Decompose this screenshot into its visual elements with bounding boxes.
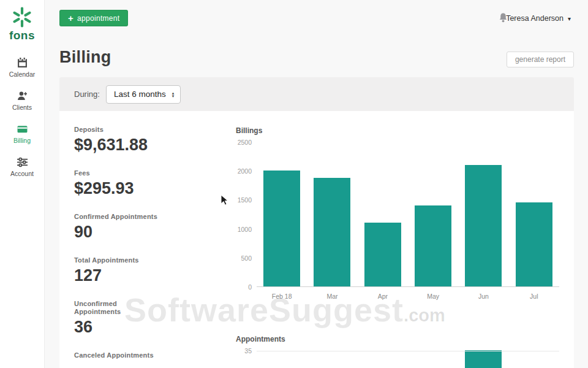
select-arrows-icon: ▴▾	[172, 91, 175, 98]
stat-label: Fees	[74, 169, 160, 177]
plot	[257, 142, 559, 287]
bar-slot	[358, 142, 408, 286]
billing-card: During: Last 6 months ▴▾ Deposits $9,631…	[59, 77, 574, 368]
y-axis: 05001000150020002500	[236, 142, 257, 287]
plus-icon: +	[68, 13, 74, 23]
page-title: Billing	[59, 48, 111, 67]
bar-slot	[358, 351, 408, 368]
appointments-chart: Appointments 35 Feb 18MarAprMayJunJul	[236, 335, 559, 368]
gridline	[257, 351, 559, 351]
add-appointment-label: appointment	[77, 14, 119, 23]
sidebar-item-clients[interactable]: Clients	[0, 87, 44, 114]
sidebar-nav: Calendar Clients Billing Account	[0, 54, 44, 186]
sidebar-item-billing[interactable]: Billing	[0, 120, 44, 147]
stat-deposits: Deposits $9,631.88	[74, 126, 160, 154]
y-tick-label: 35	[244, 347, 252, 355]
bar-slot	[408, 351, 458, 368]
filter-bar: During: Last 6 months ▴▾	[59, 77, 574, 111]
sidebar-item-label: Clients	[12, 104, 32, 111]
brand-logo[interactable]: fons	[0, 0, 44, 42]
bars	[257, 142, 559, 286]
y-tick-label: 2000	[238, 167, 252, 175]
stat-confirmed-appointments: Confirmed Appointments 90	[74, 213, 160, 241]
x-tick-label: May	[408, 293, 458, 300]
stat-label: Total Appointments	[74, 256, 160, 264]
plot	[257, 351, 559, 368]
bar-slot	[509, 142, 559, 286]
bar	[415, 205, 451, 286]
sidebar-item-label: Billing	[13, 137, 31, 144]
bar	[465, 165, 502, 286]
bar-slot	[257, 142, 307, 286]
bar	[364, 223, 401, 286]
stat-value: $9,631.88	[74, 136, 160, 154]
billing-card-icon	[17, 123, 28, 134]
user-name: Teresa Anderson	[506, 14, 564, 23]
bar	[465, 350, 502, 368]
stat-unconfirmed-appointments: Unconfirmed Appointments 36	[74, 300, 160, 336]
stat-value: 36	[74, 318, 160, 336]
bars	[257, 351, 559, 368]
x-tick-label: Jul	[509, 293, 559, 300]
bar	[516, 202, 552, 286]
y-axis: 35	[236, 351, 257, 368]
billings-chart: Billings 05001000150020002500 Feb 18MarA…	[236, 126, 559, 300]
stat-canceled-appointments: Canceled Appointments	[74, 351, 160, 359]
x-tick-label: Mar	[307, 293, 357, 300]
chart-title: Appointments	[236, 335, 559, 343]
during-label: During:	[74, 90, 100, 99]
bar-slot	[307, 142, 357, 286]
y-tick-label: 1500	[238, 196, 252, 204]
y-tick-label: 500	[241, 255, 252, 262]
stat-label: Confirmed Appointments	[74, 213, 160, 221]
card-body: Deposits $9,631.88 Fees $295.93 Confirme…	[59, 111, 574, 368]
fons-logo-icon	[10, 6, 34, 28]
during-select-value: Last 6 months	[114, 90, 166, 99]
x-tick-label: Feb 18	[257, 293, 307, 300]
x-tick-label: Jun	[458, 293, 508, 300]
stat-value: 127	[74, 266, 160, 285]
during-select[interactable]: Last 6 months ▴▾	[106, 85, 181, 104]
sidebar: fons Calendar Clients Billing	[0, 0, 45, 368]
y-tick-label: 1000	[238, 226, 252, 233]
stat-value: $295.93	[74, 179, 160, 197]
stat-label: Unconfirmed Appointments	[74, 300, 160, 316]
stat-value: 90	[74, 223, 160, 241]
stat-fees: Fees $295.93	[74, 169, 160, 197]
bar	[263, 171, 300, 286]
account-sliders-icon	[17, 156, 28, 167]
bar-slot	[257, 351, 307, 368]
bar-slot	[458, 142, 508, 286]
bar-slot	[307, 351, 357, 368]
bar	[314, 178, 350, 286]
clients-icon	[17, 90, 28, 101]
sidebar-item-label: Calendar	[9, 71, 36, 78]
add-appointment-button[interactable]: + appointment	[59, 10, 128, 26]
bar-slot	[509, 351, 559, 368]
topbar: + appointment Teresa Anderson ▾	[45, 0, 588, 37]
generate-report-button[interactable]: generate report	[507, 52, 574, 67]
chart-title: Billings	[236, 126, 559, 135]
user-menu[interactable]: Teresa Anderson ▾	[506, 14, 571, 23]
categories: Feb 18MarAprMayJunJul	[257, 293, 559, 300]
y-tick-label: 0	[248, 283, 252, 291]
calendar-icon	[17, 57, 28, 68]
stat-label: Canceled Appointments	[74, 351, 160, 359]
chevron-down-icon: ▾	[568, 15, 571, 22]
stat-label: Deposits	[74, 126, 160, 134]
y-tick-label: 2500	[238, 139, 252, 146]
brand-name: fons	[9, 29, 35, 42]
sidebar-item-label: Account	[10, 170, 34, 177]
sidebar-item-calendar[interactable]: Calendar	[0, 54, 44, 81]
sidebar-item-account[interactable]: Account	[0, 153, 44, 180]
x-tick-label: Apr	[358, 293, 408, 300]
stat-total-appointments: Total Appointments 127	[74, 256, 160, 285]
bar-slot	[458, 351, 508, 368]
stats-column: Deposits $9,631.88 Fees $295.93 Confirme…	[74, 126, 160, 368]
bar-slot	[408, 142, 458, 286]
